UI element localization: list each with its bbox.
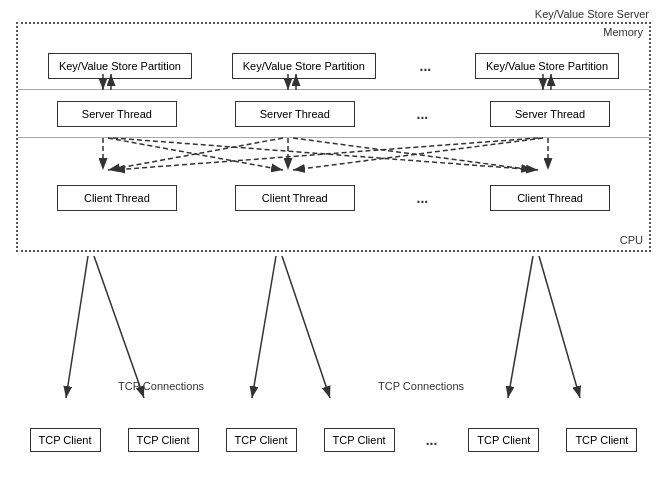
- svg-line-20: [252, 256, 276, 398]
- client-thread-1: Client Thread: [57, 185, 177, 211]
- memory-region: Memory Key/Value Store Partition Key/Val…: [16, 22, 651, 252]
- tcp-client-3: TCP Client: [226, 428, 297, 452]
- svg-line-17: [66, 256, 88, 398]
- tcp-client-2: TCP Client: [128, 428, 199, 452]
- server-thread-2: Server Thread: [235, 101, 355, 127]
- client-thread-3: Client Thread: [490, 185, 610, 211]
- tcp-client-row: TCP Client TCP Client TCP Client TCP Cli…: [16, 428, 651, 452]
- tcp-connections-label-2: TCP Connections: [378, 380, 464, 392]
- server-thread-3: Server Thread: [490, 101, 610, 127]
- server-thread-1: Server Thread: [57, 101, 177, 127]
- ellipsis-2: ...: [417, 106, 429, 122]
- tcp-client-1: TCP Client: [30, 428, 101, 452]
- ellipsis-1: ...: [420, 58, 432, 74]
- svg-line-22: [508, 256, 533, 398]
- kv-box-1: Key/Value Store Partition: [48, 53, 192, 79]
- tcp-client-5: TCP Client: [468, 428, 539, 452]
- memory-label: Memory: [603, 26, 643, 38]
- tcp-client-6: TCP Client: [566, 428, 637, 452]
- svg-line-23: [539, 256, 580, 398]
- kv-box-3: Key/Value Store Partition: [475, 53, 619, 79]
- client-thread-row: Client Thread Client Thread ... Client T…: [18, 174, 649, 222]
- server-thread-row: Server Thread Server Thread ... Server T…: [18, 90, 649, 138]
- ellipsis-4: ...: [426, 432, 438, 448]
- kv-store-row: Key/Value Store Partition Key/Value Stor…: [18, 42, 649, 90]
- kv-box-2: Key/Value Store Partition: [232, 53, 376, 79]
- tcp-connections-label-1: TCP Connections: [118, 380, 204, 392]
- ellipsis-3: ...: [417, 190, 429, 206]
- kvs-server-title: Key/Value Store Server: [535, 8, 649, 20]
- svg-line-21: [282, 256, 330, 398]
- cpu-label: CPU: [620, 234, 643, 246]
- main-container: Key/Value Store Server Memory Key/Value …: [8, 8, 659, 496]
- tcp-client-4: TCP Client: [324, 428, 395, 452]
- svg-line-19: [94, 256, 144, 398]
- client-thread-2: Client Thread: [235, 185, 355, 211]
